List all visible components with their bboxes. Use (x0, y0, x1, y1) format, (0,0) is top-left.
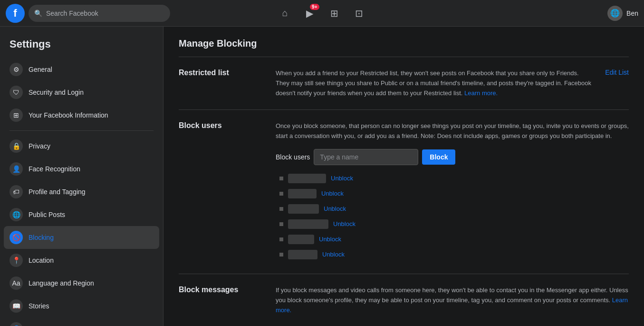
block-users-form-label: Block users (276, 153, 310, 161)
restricted-list-body: When you add a friend to your Restricted… (276, 69, 629, 98)
sidebar-label-general: General (29, 66, 52, 73)
bullet-icon (279, 253, 283, 257)
facebook-logo[interactable]: f (6, 4, 25, 23)
block-users-section: Block users Once you block someone, that… (179, 109, 629, 274)
topnav: f 🔍 ⌂ ▶ 9+ ⊞ ⊡ 🌐 Ben (0, 0, 644, 27)
sidebar-item-security[interactable]: 🛡 Security and Login (4, 81, 159, 104)
block-users-title: Block users (179, 121, 264, 262)
sidebar-item-general[interactable]: ⚙ General (4, 58, 159, 81)
marketplace-nav-button[interactable]: ⊞ (323, 2, 346, 25)
blocked-user-name (288, 174, 326, 183)
general-icon: ⚙ (10, 63, 23, 76)
avatar-icon: 🌐 (610, 9, 620, 18)
bullet-icon (279, 177, 283, 180)
sidebar-item-stories[interactable]: 📖 Stories (4, 295, 159, 317)
block-users-body: Once you block someone, that person can … (276, 121, 629, 262)
blocked-users-list: Unblock Unblock Unblock (276, 171, 629, 262)
location-icon: 📍 (10, 254, 23, 267)
block-messages-title: Block messages (179, 286, 264, 315)
sidebar-label-language-region: Language and Region (29, 279, 94, 287)
sidebar-label-stories: Stories (29, 302, 49, 310)
sidebar-item-language-region[interactable]: Aa Language and Region (4, 272, 159, 295)
page-title: Manage Blocking (179, 38, 629, 49)
unblock-button-5[interactable]: Unblock (319, 236, 341, 243)
video-nav-button[interactable]: ▶ 9+ (298, 2, 321, 25)
search-bar[interactable]: 🔍 (29, 5, 170, 22)
sidebar-item-location[interactable]: 📍 Location (4, 249, 159, 272)
edit-list-button[interactable]: Edit List (597, 69, 629, 76)
restricted-list-title: Restricted list (179, 69, 264, 98)
sidebar-label-security: Security and Login (29, 89, 84, 96)
sidebar-item-privacy[interactable]: 🔒 Privacy (4, 135, 159, 158)
face-recognition-icon: 👤 (10, 162, 23, 176)
blocked-user-item: Unblock (279, 232, 629, 247)
block-users-input[interactable] (314, 149, 418, 165)
blocked-user-name (288, 250, 317, 259)
content-area: Manage Blocking Restricted list When you… (163, 27, 644, 326)
sidebar-label-blocking: Blocking (29, 234, 54, 241)
topnav-right: 🌐 Ben (607, 6, 638, 21)
block-messages-body: If you block messages and video calls fr… (276, 286, 629, 315)
unblock-button-6[interactable]: Unblock (322, 251, 345, 258)
home-icon: ⌂ (282, 8, 288, 19)
topnav-left: f 🔍 (6, 4, 170, 23)
stories-icon: 📖 (10, 299, 23, 313)
search-input[interactable] (46, 10, 164, 17)
main-layout: Settings ⚙ General 🛡 Security and Login … (0, 27, 644, 326)
unblock-button-2[interactable]: Unblock (321, 190, 344, 197)
sidebar-label-privacy: Privacy (29, 142, 50, 150)
sidebar-title: Settings (4, 34, 159, 58)
sidebar-item-face-recognition[interactable]: 👤 Face Recognition (4, 158, 159, 180)
blocked-user-name (288, 204, 319, 214)
blocked-user-name (288, 219, 328, 229)
privacy-icon: 🔒 (10, 139, 23, 153)
language-region-icon: Aa (10, 277, 23, 290)
home-nav-button[interactable]: ⌂ (274, 2, 297, 25)
blocked-user-item: Unblock (279, 247, 629, 262)
marketplace-icon: ⊞ (330, 8, 338, 19)
bullet-icon (279, 192, 283, 196)
sidebar-item-public-posts[interactable]: 🌐 Public Posts (4, 203, 159, 226)
sidebar-item-facebook-info[interactable]: ⊞ Your Facebook Information (4, 104, 159, 127)
block-messages-desc: If you block messages and video calls fr… (276, 286, 629, 315)
restricted-list-desc: When you add a friend to your Restricted… (276, 69, 592, 98)
sidebar-label-public-posts: Public Posts (29, 211, 65, 218)
gaming-nav-button[interactable]: ⊡ (348, 2, 371, 25)
sidebar-label-profile-tagging: Profile and Tagging (29, 188, 86, 196)
sidebar-label-facebook-info: Your Facebook Information (29, 111, 108, 119)
security-icon: 🛡 (10, 86, 23, 99)
sidebar-label-face-recognition: Face Recognition (29, 165, 80, 173)
sidebar-item-blocking[interactable]: 🚫 Blocking (4, 226, 159, 249)
sidebar: Settings ⚙ General 🛡 Security and Login … (0, 27, 163, 326)
blocked-user-name (288, 235, 314, 244)
bullet-icon (279, 237, 283, 241)
unblock-button-3[interactable]: Unblock (324, 205, 346, 212)
bullet-icon (279, 207, 283, 211)
unblock-button-1[interactable]: Unblock (331, 175, 353, 182)
facebook-info-icon: ⊞ (10, 109, 23, 122)
restricted-list-learn-more[interactable]: Learn more. (464, 89, 498, 97)
gaming-icon: ⊡ (355, 8, 363, 19)
sidebar-divider (10, 130, 154, 131)
block-button[interactable]: Block (422, 149, 455, 165)
avatar: 🌐 (607, 6, 623, 21)
blocking-icon: 🚫 (10, 231, 23, 244)
notification-badge: 9+ (310, 4, 319, 10)
blocked-user-name (288, 189, 317, 198)
restricted-list-section: Restricted list When you add a friend to… (179, 57, 629, 109)
sidebar-label-location: Location (29, 257, 54, 264)
blocked-user-item: Unblock (279, 171, 629, 186)
unblock-button-4[interactable]: Unblock (333, 220, 356, 227)
username-label: Ben (626, 10, 638, 17)
profile-tagging-icon: 🏷 (10, 185, 23, 198)
sidebar-item-journalist-resources[interactable]: 👤 Journalist Resources (4, 317, 159, 326)
sidebar-item-profile-tagging[interactable]: 🏷 Profile and Tagging (4, 180, 159, 203)
block-users-form: Block users Block (276, 149, 629, 165)
blocked-user-item: Unblock (279, 201, 629, 217)
public-posts-icon: 🌐 (10, 208, 23, 221)
bullet-icon (279, 222, 283, 226)
block-users-desc: Once you block someone, that person can … (276, 121, 629, 141)
block-messages-section: Block messages If you block messages and… (179, 274, 629, 326)
search-icon: 🔍 (34, 10, 42, 17)
journalist-resources-icon: 👤 (10, 322, 23, 326)
